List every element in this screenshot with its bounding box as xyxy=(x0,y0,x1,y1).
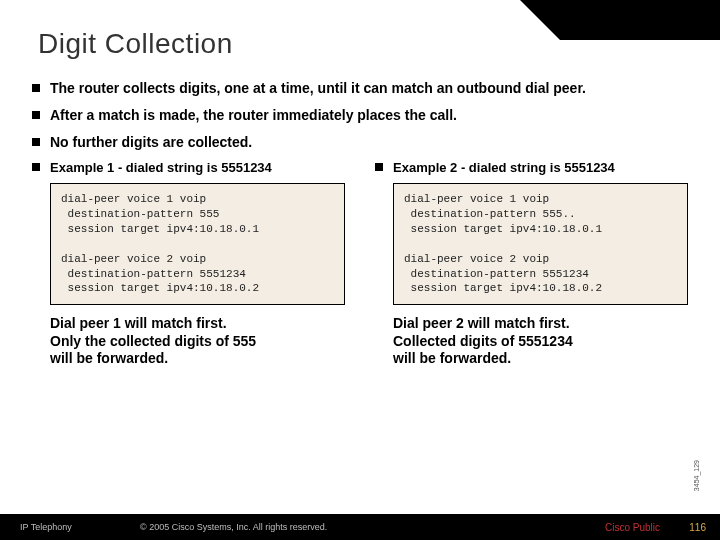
bullet-square-icon xyxy=(32,111,40,119)
example-heading: Example 1 - dialed string is 5551234 xyxy=(32,160,345,175)
slide-title: Digit Collection xyxy=(38,28,233,60)
bullet-square-icon xyxy=(32,84,40,92)
examples-row: Example 1 - dialed string is 5551234 dia… xyxy=(32,160,688,367)
code-box: dial-peer voice 1 voip destination-patte… xyxy=(50,183,345,305)
slide: Digit Collection The router collects dig… xyxy=(0,0,720,540)
example-note: Dial peer 1 will match first. Only the c… xyxy=(50,315,345,368)
side-label: 3454_129 xyxy=(693,460,700,491)
code-box: dial-peer voice 1 voip destination-patte… xyxy=(393,183,688,305)
footer: IP Telephony © 2005 Cisco Systems, Inc. … xyxy=(0,514,720,540)
bullet-square-icon xyxy=(375,163,383,171)
content-area: The router collects digits, one at a tim… xyxy=(32,80,688,368)
corner-decoration xyxy=(560,0,720,40)
bullet-item: After a match is made, the router immedi… xyxy=(32,107,688,124)
example-heading-text: Example 1 - dialed string is 5551234 xyxy=(50,160,272,175)
bullet-text: The router collects digits, one at a tim… xyxy=(50,80,586,97)
footer-left: IP Telephony xyxy=(20,522,72,532)
example-heading-text: Example 2 - dialed string is 5551234 xyxy=(393,160,615,175)
example-2: Example 2 - dialed string is 5551234 dia… xyxy=(375,160,688,367)
example-1: Example 1 - dialed string is 5551234 dia… xyxy=(32,160,345,367)
bullet-item: The router collects digits, one at a tim… xyxy=(32,80,688,97)
bullet-text: No further digits are collected. xyxy=(50,134,252,151)
footer-copyright: © 2005 Cisco Systems, Inc. All rights re… xyxy=(140,522,327,532)
bullet-item: No further digits are collected. xyxy=(32,134,688,151)
bullet-text: After a match is made, the router immedi… xyxy=(50,107,457,124)
footer-public: Cisco Public xyxy=(605,522,660,533)
bullet-square-icon xyxy=(32,163,40,171)
footer-page-number: 116 xyxy=(689,522,706,533)
bullet-square-icon xyxy=(32,138,40,146)
example-note: Dial peer 2 will match first. Collected … xyxy=(393,315,688,368)
example-heading: Example 2 - dialed string is 5551234 xyxy=(375,160,688,175)
